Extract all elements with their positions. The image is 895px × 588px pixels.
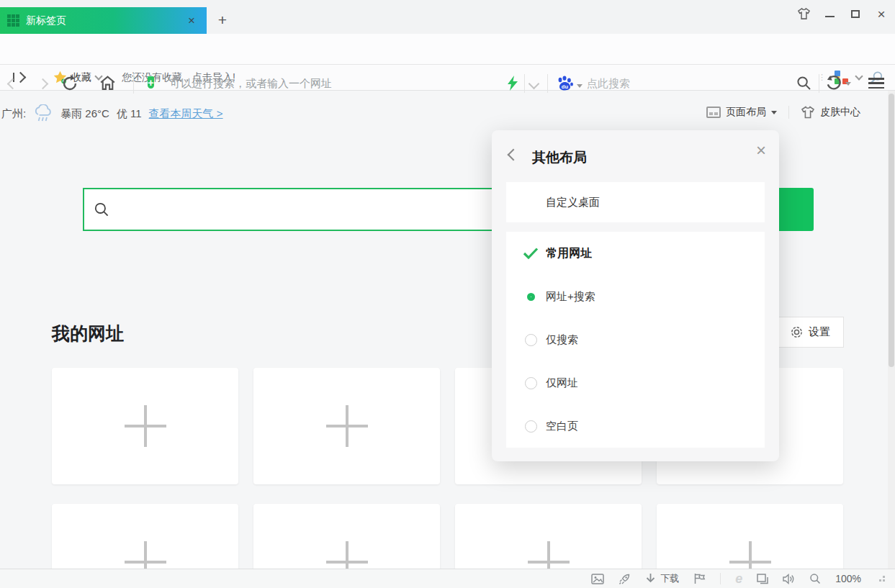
search-engine-caret-icon[interactable] — [577, 84, 583, 88]
tab-title: 新标签页 — [26, 14, 184, 27]
check-icon — [523, 245, 539, 261]
bookmarks-bar: + 收藏 您还没有收藏，点击导入! ⋮ + — [0, 65, 895, 91]
divider — [547, 74, 548, 93]
divider — [524, 74, 525, 93]
option-label: 常用网址 — [546, 246, 592, 261]
security-shield-icon[interactable]: + — [148, 76, 154, 90]
scrollbar-thumb[interactable] — [889, 94, 894, 367]
download-arrow-icon — [645, 573, 656, 584]
weather-widget: 广州: 暴雨 26°C 优 11 查看本周天气 > — [1, 104, 223, 124]
tab-favicon-grid-icon — [7, 14, 19, 27]
download-label: 下载 — [660, 572, 679, 585]
option-label: 空白页 — [546, 420, 578, 433]
divider — [819, 74, 819, 93]
divider — [133, 73, 134, 94]
option-blank-page[interactable]: 空白页 — [506, 404, 765, 448]
window-split-icon[interactable] — [757, 574, 768, 584]
forward-icon[interactable] — [39, 80, 47, 88]
home-icon[interactable] — [99, 74, 117, 92]
speaker-icon[interactable] — [783, 574, 795, 584]
close-button[interactable]: × — [873, 6, 889, 22]
other-layouts-popup: 其他布局 × 自定义桌面 常用网址 网址+搜索 仅搜索 仅网址 — [492, 130, 779, 461]
window-controls: × — [796, 6, 889, 22]
lightning-icon[interactable] — [507, 76, 518, 91]
navigation-bar: + 可以进行搜索，或者输入一个网址 du 点此搜索 — [0, 34, 895, 65]
radio-selected-icon — [523, 289, 539, 304]
resize-grip[interactable] — [876, 576, 885, 582]
minimize-button[interactable] — [822, 6, 837, 22]
tab-new-page[interactable]: 新标签页 × — [0, 7, 207, 34]
option-url-only[interactable]: 仅网址 — [506, 361, 765, 404]
undo-history-icon[interactable] — [825, 75, 842, 91]
rain-cloud-icon — [33, 104, 53, 123]
status-bar: 下载 e 100% — [0, 569, 895, 588]
settings-button[interactable]: 设置 — [776, 317, 844, 348]
weather-week-link[interactable]: 查看本周天气 > — [149, 107, 223, 121]
layout-options-list: 常用网址 网址+搜索 仅搜索 仅网址 空白页 — [506, 232, 765, 448]
zoom-level[interactable]: 100% — [835, 573, 861, 584]
layout-icon — [706, 107, 721, 118]
flag-report-icon[interactable] — [693, 573, 706, 584]
gear-icon — [790, 325, 804, 339]
dropdown-chevron-icon[interactable] — [530, 80, 538, 88]
option-label: 仅网址 — [546, 376, 578, 390]
page-layout-label: 页面布局 — [726, 106, 766, 119]
option-url-search[interactable]: 网址+搜索 — [506, 275, 765, 318]
download-button[interactable]: 下载 — [645, 572, 679, 585]
ie-mode-icon[interactable]: e — [735, 573, 742, 584]
weather-condition: 暴雨 26°C — [60, 107, 109, 121]
svg-text:du: du — [562, 83, 569, 90]
skin-center-button[interactable]: 皮肤中心 — [801, 106, 860, 119]
radio-icon — [523, 375, 539, 391]
radio-icon — [523, 332, 539, 348]
skin-shirt-icon[interactable] — [796, 6, 811, 22]
back-chevron-icon[interactable] — [508, 149, 520, 161]
page-layout-button[interactable]: 页面布局 — [706, 106, 777, 119]
popup-title: 其他布局 — [532, 148, 587, 167]
option-custom-desktop[interactable]: 自定义桌面 — [506, 182, 765, 222]
browser-window: 新标签页 × + × + 可以进行搜索，或者输入一个网址 — [0, 0, 895, 588]
shirt-icon — [801, 106, 815, 119]
undo-caret-icon[interactable] — [845, 82, 851, 86]
tab-close-icon[interactable]: × — [184, 14, 199, 28]
plus-icon — [125, 405, 166, 447]
site-tile-add[interactable] — [52, 368, 238, 484]
plus-icon — [326, 405, 368, 447]
option-search-only[interactable]: 仅搜索 — [506, 318, 765, 361]
new-tab-button[interactable]: + — [214, 12, 231, 29]
boost-rocket-icon[interactable] — [619, 573, 631, 585]
find-magnifier-icon[interactable] — [809, 573, 821, 584]
popup-close-icon[interactable]: × — [756, 142, 766, 159]
option-label: 网址+搜索 — [546, 290, 595, 304]
maximize-button[interactable] — [847, 6, 863, 22]
menu-hamburger-icon[interactable] — [868, 78, 884, 89]
skin-center-label: 皮肤中心 — [820, 106, 860, 119]
weather-aqi: 优 11 — [117, 107, 142, 121]
site-tile-add[interactable] — [253, 368, 440, 484]
back-icon[interactable] — [9, 80, 17, 88]
search-icon[interactable] — [796, 76, 811, 91]
quick-search-hint[interactable]: 点此搜索 — [587, 77, 630, 91]
search-magnifier-icon — [94, 202, 109, 217]
reload-icon[interactable] — [62, 75, 79, 92]
option-common-sites[interactable]: 常用网址 — [506, 232, 765, 275]
apps-chevron-icon[interactable] — [855, 72, 863, 80]
page-scrollbar[interactable] — [888, 91, 895, 569]
my-sites-heading: 我的网址 — [52, 322, 124, 345]
option-label: 自定义桌面 — [546, 196, 600, 209]
radio-icon — [523, 418, 539, 434]
address-bar[interactable]: 可以进行搜索，或者输入一个网址 — [170, 77, 332, 91]
baidu-logo-icon[interactable]: du — [556, 74, 574, 92]
title-bar: 新标签页 × + × — [0, 0, 895, 34]
image-toggle-icon[interactable] — [591, 574, 604, 584]
option-label: 仅搜索 — [546, 333, 578, 347]
settings-label: 设置 — [809, 325, 830, 339]
page-tools: 页面布局 皮肤中心 — [706, 106, 860, 119]
weather-city: 广州: — [1, 107, 26, 121]
